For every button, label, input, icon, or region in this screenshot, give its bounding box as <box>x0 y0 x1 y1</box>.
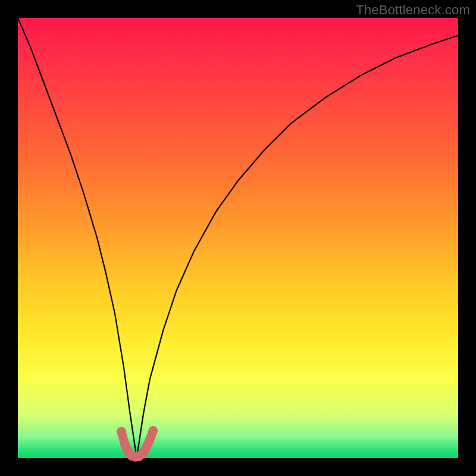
plot-area <box>18 18 458 458</box>
watermark-text: TheBottleneck.com <box>356 2 470 18</box>
chart-frame: TheBottleneck.com <box>0 0 476 476</box>
trough-marker-dot <box>117 427 126 437</box>
bottleneck-curve <box>18 18 458 458</box>
trough-marker-dot <box>148 426 158 436</box>
curve-layer <box>18 18 458 458</box>
trough-marker-dot <box>145 436 154 445</box>
trough-marker <box>117 426 158 462</box>
